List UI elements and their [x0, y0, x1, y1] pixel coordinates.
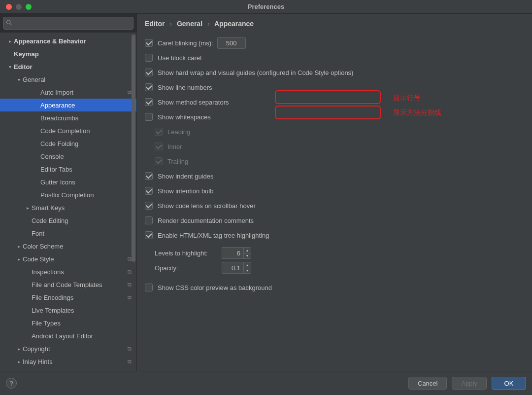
- sidebar-item[interactable]: File Types: [0, 317, 136, 329]
- chevron-down-icon[interactable]: ▼: [244, 268, 251, 274]
- search-field[interactable]: [3, 17, 133, 30]
- sidebar-item[interactable]: Auto Import⧉: [0, 86, 136, 99]
- sidebar-item[interactable]: File and Code Templates⧉: [0, 278, 136, 291]
- whitespace-inner-label: Inner: [167, 143, 182, 150]
- settings-content: Editor › General › Appearance Caret blin…: [137, 14, 532, 371]
- whitespace-inner-checkbox: [155, 143, 163, 150]
- show-whitespaces-checkbox[interactable]: [145, 113, 153, 121]
- sidebar-item[interactable]: ▸Copyright⧉: [0, 342, 136, 355]
- svg-point-0: [7, 20, 11, 24]
- levels-spinner[interactable]: ▲▼: [222, 247, 251, 259]
- sidebar-item[interactable]: File Encodings⧉: [0, 291, 136, 304]
- sidebar-item-label: Copyright: [23, 345, 50, 353]
- svg-line-1: [10, 24, 11, 25]
- sidebar-item[interactable]: Console: [0, 150, 136, 163]
- sidebar-item-label: Live Templates: [32, 307, 74, 314]
- sidebar-item[interactable]: ▸Appearance & Behavior: [0, 35, 136, 47]
- css-color-preview-checkbox[interactable]: [145, 284, 153, 291]
- chevron-right-icon[interactable]: ▸: [15, 244, 23, 249]
- levels-input[interactable]: [222, 247, 243, 259]
- chevron-down-icon[interactable]: ▼: [244, 253, 251, 259]
- sidebar-item[interactable]: Breadcrumbs: [0, 111, 136, 124]
- search-input[interactable]: [3, 17, 133, 30]
- sidebar-item[interactable]: ▸Inlay Hints⧉: [0, 355, 136, 368]
- sidebar-item-label: File Encodings: [32, 294, 73, 301]
- caret-blinking-checkbox[interactable]: [145, 39, 153, 47]
- chevron-right-icon[interactable]: ▸: [15, 256, 23, 262]
- chevron-right-icon[interactable]: ▸: [15, 359, 23, 364]
- show-indent-guides-label: Show indent guides: [158, 173, 213, 180]
- show-intention-bulb-checkbox[interactable]: [145, 187, 153, 195]
- enable-tag-tree-checkbox[interactable]: [145, 231, 153, 239]
- caret-blinking-label: Caret blinking (ms):: [158, 39, 213, 47]
- chevron-right-icon: ›: [166, 20, 175, 28]
- sidebar-item[interactable]: Live Templates: [0, 304, 136, 317]
- render-doc-label: Render documentation comments: [158, 217, 254, 224]
- sidebar-item-label: Android Layout Editor: [32, 332, 93, 340]
- sidebar-item-label: Auto Import: [40, 89, 73, 96]
- sidebar-item-label: Smart Keys: [32, 204, 65, 212]
- sidebar-item-label: Code Style: [23, 255, 54, 263]
- chevron-up-icon[interactable]: ▲: [244, 248, 251, 253]
- sidebar-item[interactable]: ▾General: [0, 73, 136, 86]
- sidebar-item[interactable]: Editor Tabs: [0, 163, 136, 176]
- opacity-spinner[interactable]: ▲▼: [222, 262, 251, 274]
- chevron-right-icon[interactable]: ▸: [24, 205, 32, 211]
- sidebar-item-label: Inlay Hints: [23, 358, 53, 365]
- sidebar-item-label: Postfix Completion: [40, 191, 94, 199]
- sidebar-item-label: Code Completion: [40, 127, 90, 135]
- sidebar-item[interactable]: Font: [0, 227, 136, 240]
- enable-tag-tree-label: Enable HTML/XML tag tree highlighting: [158, 232, 269, 239]
- sidebar-item-label: Console: [40, 153, 64, 160]
- show-code-lens-checkbox[interactable]: [145, 202, 153, 210]
- chevron-down-icon[interactable]: ▾: [6, 64, 14, 70]
- project-scope-icon: ⧉: [128, 359, 132, 365]
- sidebar-item-label: Appearance & Behavior: [14, 37, 86, 45]
- titlebar: Preferences: [0, 0, 532, 14]
- show-line-numbers-checkbox[interactable]: [145, 83, 153, 91]
- show-hard-wrap-checkbox[interactable]: [145, 69, 153, 76]
- sidebar-item[interactable]: ▸Code Style⧉: [0, 252, 136, 265]
- whitespace-leading-label: Leading: [167, 128, 190, 136]
- chevron-down-icon[interactable]: ▾: [15, 77, 23, 82]
- sidebar-item[interactable]: Postfix Completion: [0, 188, 136, 201]
- apply-button: Apply: [452, 377, 487, 390]
- sidebar-item[interactable]: Appearance: [0, 99, 136, 111]
- sidebar-item[interactable]: Gutter Icons: [0, 176, 136, 188]
- chevron-right-icon[interactable]: ▸: [6, 38, 14, 44]
- show-indent-guides-checkbox[interactable]: [145, 172, 153, 180]
- settings-tree[interactable]: ▸Appearance & BehaviorKeymap▾Editor▾Gene…: [0, 33, 136, 371]
- project-scope-icon: ⧉: [128, 89, 132, 96]
- sidebar-item[interactable]: Code Editing: [0, 214, 136, 227]
- sidebar-item-label: File and Code Templates: [32, 281, 102, 288]
- opacity-input[interactable]: [222, 262, 243, 274]
- use-block-caret-checkbox[interactable]: [145, 54, 153, 62]
- sidebar-item-label: Inspections: [32, 268, 64, 276]
- help-button[interactable]: ?: [6, 378, 17, 389]
- project-scope-icon: ⧉: [128, 346, 132, 352]
- sidebar-item[interactable]: ▸Smart Keys: [0, 201, 136, 214]
- sidebar-item[interactable]: Android Layout Editor: [0, 329, 136, 342]
- sidebar-item-label: Code Folding: [40, 140, 78, 147]
- render-doc-checkbox[interactable]: [145, 216, 153, 224]
- breadcrumb: Editor › General › Appearance: [137, 14, 532, 31]
- cancel-button[interactable]: Cancel: [408, 377, 447, 390]
- ok-button[interactable]: OK: [492, 377, 526, 390]
- show-code-lens-label: Show code lens on scrollbar hover: [158, 202, 256, 210]
- chevron-up-icon[interactable]: ▲: [244, 262, 251, 268]
- breadcrumb-part: Appearance: [214, 20, 254, 28]
- chevron-right-icon[interactable]: ▸: [15, 346, 23, 352]
- sidebar-scrollbar[interactable]: [132, 35, 135, 369]
- caret-blinking-input[interactable]: [217, 37, 246, 49]
- sidebar-item[interactable]: Code Folding: [0, 137, 136, 150]
- sidebar-item[interactable]: Code Completion: [0, 124, 136, 137]
- sidebar-item-label: Color Scheme: [23, 243, 63, 250]
- sidebar-item[interactable]: Inspections⧉: [0, 265, 136, 278]
- show-method-separators-checkbox[interactable]: [145, 98, 153, 106]
- levels-label: Levels to highlight:: [145, 250, 219, 257]
- sidebar-item[interactable]: Keymap: [0, 47, 136, 60]
- use-block-caret-label: Use block caret: [158, 54, 202, 62]
- sidebar-item[interactable]: ▾Editor: [0, 60, 136, 73]
- sidebar-item[interactable]: ▸Color Scheme: [0, 240, 136, 252]
- breadcrumb-part: General: [177, 20, 202, 28]
